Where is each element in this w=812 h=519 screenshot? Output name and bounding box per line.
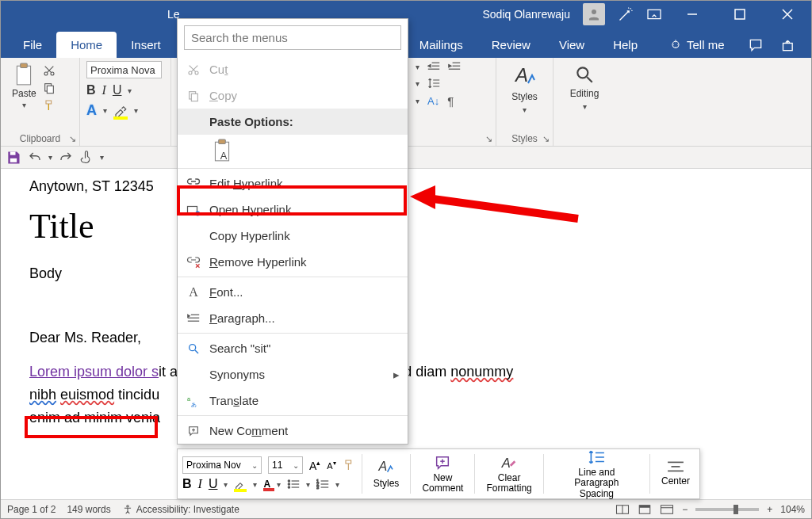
status-words[interactable]: 149 words bbox=[67, 504, 110, 515]
tab-view[interactable]: View bbox=[545, 32, 599, 58]
editing-button[interactable]: Editing ▾ bbox=[560, 61, 609, 114]
save-icon[interactable] bbox=[6, 150, 21, 166]
tab-home[interactable]: Home bbox=[56, 32, 117, 58]
mini-underline[interactable]: U bbox=[209, 477, 218, 491]
menu-synonyms[interactable]: Synonyms ▸ bbox=[178, 361, 408, 387]
mini-bullets-icon[interactable] bbox=[287, 479, 300, 490]
copy-icon bbox=[186, 90, 201, 102]
styles-launcher-icon[interactable]: ↘ bbox=[542, 134, 550, 144]
menu-font[interactable]: A Font... bbox=[178, 279, 408, 305]
zoom-slider[interactable] bbox=[695, 508, 759, 511]
status-page[interactable]: Page 1 of 2 bbox=[7, 504, 56, 515]
shrink-font-icon[interactable]: A▾ bbox=[327, 460, 335, 471]
format-painter-icon[interactable] bbox=[343, 459, 355, 471]
menu-cut[interactable]: Cut bbox=[178, 56, 408, 82]
bold-button[interactable]: B bbox=[86, 83, 96, 97]
styles-group-label: Styles bbox=[511, 133, 538, 144]
mini-highlight-icon[interactable] bbox=[234, 478, 247, 490]
tab-review[interactable]: Review bbox=[477, 32, 545, 58]
paste-button[interactable]: Paste ▾ bbox=[7, 61, 41, 115]
svg-rect-24 bbox=[10, 151, 16, 155]
menu-new-comment[interactable]: New Comment bbox=[178, 418, 408, 444]
remove-link-icon bbox=[186, 256, 201, 269]
menu-paragraph[interactable]: Paragraph... bbox=[178, 305, 408, 331]
line-spacing-icon[interactable] bbox=[427, 77, 440, 90]
mini-bold[interactable]: B bbox=[182, 477, 192, 491]
share-icon[interactable] bbox=[781, 37, 797, 53]
status-accessibility[interactable]: Accessibility: Investigate bbox=[122, 504, 239, 515]
zoom-in[interactable]: + bbox=[767, 504, 772, 515]
comments-icon[interactable] bbox=[748, 37, 764, 53]
zoom-level[interactable]: 104% bbox=[780, 504, 805, 515]
redo-icon[interactable] bbox=[59, 151, 73, 165]
cut-icon[interactable] bbox=[43, 64, 56, 77]
menu-copy[interactable]: Copy bbox=[178, 82, 408, 109]
grow-font-icon[interactable]: A▴ bbox=[309, 459, 320, 472]
mini-font-color-icon[interactable]: A bbox=[263, 479, 270, 490]
svg-line-41 bbox=[195, 350, 198, 353]
font-name-combo[interactable]: Proxima Nova bbox=[86, 61, 162, 78]
clipboard-launcher-icon[interactable]: ↘ bbox=[69, 134, 76, 144]
svg-point-40 bbox=[190, 344, 196, 350]
menu-paste-options-header: Paste Options: bbox=[178, 109, 408, 135]
mini-line-spacing[interactable]: Line and ParagraphSpacing bbox=[550, 448, 643, 499]
highlight-icon[interactable] bbox=[113, 104, 128, 118]
mini-italic[interactable]: I bbox=[198, 477, 202, 491]
underline-button[interactable]: U bbox=[113, 83, 122, 97]
status-bar: Page 1 of 2 149 words Accessibility: Inv… bbox=[1, 499, 811, 518]
menu-search[interactable]: Search "sit" bbox=[178, 335, 408, 361]
increase-indent-icon[interactable] bbox=[448, 61, 461, 72]
menu-remove-hyperlink[interactable]: Remove Hyperlink bbox=[178, 249, 408, 275]
svg-point-22 bbox=[577, 67, 588, 78]
styles-button[interactable]: A Styles ▾ bbox=[503, 61, 546, 117]
user-avatar-icon[interactable] bbox=[583, 3, 605, 25]
tell-me-label: Tell me bbox=[687, 38, 725, 52]
mini-new-comment[interactable]: NewComment bbox=[417, 454, 468, 494]
mini-font-combo[interactable]: Proxima Nov⌄ bbox=[182, 456, 262, 474]
chevron-down-icon[interactable]: ▾ bbox=[128, 86, 132, 95]
decrease-indent-icon[interactable] bbox=[427, 61, 440, 72]
text-effects-icon[interactable]: A bbox=[86, 102, 97, 119]
view-web-icon[interactable] bbox=[660, 504, 674, 515]
copy-icon[interactable] bbox=[43, 82, 56, 94]
menu-translate[interactable]: aあ Translate bbox=[178, 387, 408, 414]
body-paragraph: Lorem ipsum dolor sit amet, consectetuer… bbox=[29, 361, 787, 384]
view-print-icon[interactable] bbox=[638, 504, 652, 515]
wand-icon[interactable] bbox=[618, 6, 634, 22]
tab-file[interactable]: File bbox=[9, 32, 56, 58]
tab-help[interactable]: Help bbox=[599, 32, 652, 58]
menu-search-input[interactable]: Search the menus bbox=[184, 25, 401, 50]
undo-icon[interactable] bbox=[28, 151, 42, 165]
mini-size-combo[interactable]: 11⌄ bbox=[268, 456, 303, 474]
menu-copy-hyperlink[interactable]: Copy Hyperlink bbox=[178, 223, 408, 249]
tell-me[interactable]: Tell me bbox=[661, 32, 733, 58]
show-marks-icon[interactable]: ¶ bbox=[447, 94, 454, 108]
mini-clear-formatting[interactable]: A ClearFormatting bbox=[481, 454, 536, 494]
hyperlink-text[interactable]: Lorem ipsum dolor s bbox=[29, 364, 159, 380]
svg-text:A: A bbox=[220, 150, 228, 162]
maximize-button[interactable] bbox=[722, 1, 757, 28]
font-icon: A bbox=[186, 285, 201, 300]
menu-paste-option[interactable]: A bbox=[178, 135, 408, 166]
greeting-line: Dear Ms. Reader, bbox=[29, 330, 787, 346]
view-read-icon[interactable] bbox=[615, 504, 630, 515]
tab-mailings[interactable]: Mailings bbox=[405, 32, 477, 58]
svg-rect-14 bbox=[47, 86, 53, 93]
svg-point-34 bbox=[195, 211, 200, 216]
tab-insert[interactable]: Insert bbox=[117, 32, 175, 58]
menu-edit-hyperlink[interactable]: Edit Hyperlink... bbox=[178, 170, 408, 197]
close-button[interactable] bbox=[770, 1, 805, 28]
format-painter-icon[interactable] bbox=[43, 99, 56, 112]
minimize-button[interactable] bbox=[675, 1, 710, 28]
paragraph-launcher-icon[interactable]: ↘ bbox=[485, 134, 492, 144]
user-name[interactable]: Sodiq Olanrewaju bbox=[482, 8, 570, 21]
zoom-out[interactable]: − bbox=[682, 504, 688, 515]
touch-mode-icon[interactable] bbox=[79, 151, 94, 165]
sort-icon[interactable]: A↓ bbox=[427, 95, 439, 107]
mini-numbering-icon[interactable]: 123 bbox=[316, 479, 329, 490]
mini-center[interactable]: Center bbox=[657, 460, 695, 487]
italic-button[interactable]: I bbox=[102, 83, 106, 97]
mini-styles[interactable]: A Styles bbox=[369, 458, 404, 489]
ribbon-display-icon[interactable] bbox=[646, 8, 662, 21]
menu-open-hyperlink[interactable]: Open Hyperlink bbox=[178, 197, 408, 223]
